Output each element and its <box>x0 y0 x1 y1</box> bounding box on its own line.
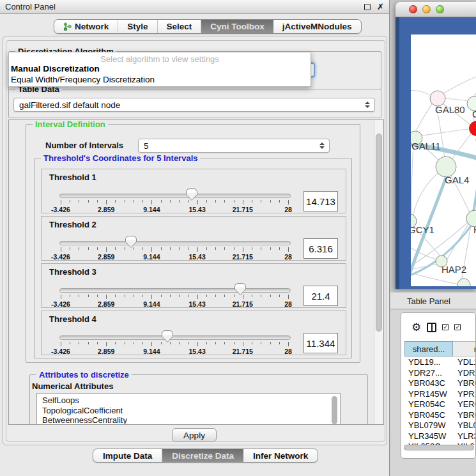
table-row[interactable]: YDL19...YDL1 <box>401 357 476 368</box>
threshold-value-field[interactable]: 21.4 <box>303 286 338 306</box>
tick-mark <box>79 247 79 250</box>
column-header-shared[interactable]: shared... <box>404 341 453 357</box>
scale-label: 2.859 <box>98 348 114 355</box>
settings-scrollbar[interactable] <box>374 120 383 424</box>
column-header-name[interactable]: na <box>453 341 476 357</box>
network-icon <box>63 22 72 31</box>
slider-thumb[interactable] <box>234 282 247 296</box>
table-row[interactable]: YDR27...YDR2 <box>401 368 476 379</box>
tick-mark <box>142 342 143 344</box>
slider-scale-labels: -3.4262.8599.14415.4321.71528 <box>61 253 289 260</box>
tick-mark <box>142 247 143 250</box>
close-traffic-light-icon[interactable] <box>409 5 417 13</box>
tick-mark <box>142 295 143 297</box>
tab-discretize-data[interactable]: Discretize Data <box>162 449 243 462</box>
table-data-combobox[interactable]: galFiltered.sif default node <box>13 98 375 112</box>
scale-label: 28 <box>284 300 292 308</box>
number-of-intervals-combobox[interactable]: 5 <box>138 139 330 153</box>
attributes-group: Attributes to discretize Numerical Attri… <box>29 374 368 425</box>
apply-button[interactable]: Apply <box>172 428 217 442</box>
algorithm-option[interactable]: Equal Width/Frequency Discretization <box>11 75 309 85</box>
slider-track[interactable] <box>59 288 291 293</box>
tick-mark <box>79 295 79 297</box>
network-node-label: GCY1 <box>411 224 434 235</box>
tick-mark <box>88 295 89 297</box>
scale-label: -3.426 <box>51 206 70 213</box>
minimize-traffic-light-icon[interactable] <box>422 5 431 13</box>
tick-mark <box>115 247 116 250</box>
float-window-icon[interactable] <box>364 4 371 10</box>
apply-label: Apply <box>183 431 205 440</box>
checkbox-icon[interactable]: ✓ <box>442 324 449 330</box>
table-row[interactable]: YER054CYER0 <box>401 399 476 410</box>
tick-mark <box>151 295 152 299</box>
zoom-traffic-light-icon[interactable] <box>436 5 444 13</box>
table-row[interactable]: YLR345WYLR3 <box>401 431 476 442</box>
tab-impute-data[interactable]: Impute Data <box>93 449 162 462</box>
attribute-item[interactable]: BetweennessCentrality <box>42 415 340 425</box>
tick-mark <box>188 342 188 344</box>
slider-thumb[interactable] <box>161 330 174 343</box>
table-hscrollbar-thumb[interactable] <box>404 445 474 450</box>
tab-label: Style <box>127 22 148 31</box>
tick-mark <box>252 200 252 203</box>
tick-mark <box>170 295 171 297</box>
tick-mark <box>206 342 207 344</box>
network-edge[interactable] <box>414 128 475 137</box>
top-tab-bar: NetworkStyleSelectCyni ToolboxjActiveMNo… <box>54 19 362 34</box>
tick-mark <box>170 200 171 203</box>
table-toolbar: ⚙ ✓ ✓ <box>401 313 475 341</box>
tick-mark <box>279 200 280 203</box>
tick-mark <box>270 342 271 344</box>
scale-label: 15.43 <box>188 206 205 213</box>
slider-scale-labels: -3.4262.8599.14415.4321.71528 <box>61 348 289 355</box>
gear-icon[interactable]: ⚙ <box>411 322 421 333</box>
attributes-scrollbar-thumb[interactable] <box>332 396 337 424</box>
tick-mark <box>224 200 225 203</box>
tick-mark <box>115 200 116 203</box>
numerical-attributes-list[interactable]: SelfLoopsTopologicalCoefficientBetweenne… <box>36 393 341 425</box>
threshold-value-field[interactable]: 6.316 <box>303 238 338 259</box>
settings-scrollbar-thumb[interactable] <box>376 134 382 332</box>
slider-thumb[interactable] <box>185 188 198 201</box>
network-node[interactable] <box>457 279 470 286</box>
tab-select[interactable]: Select <box>158 20 202 33</box>
algorithm-option[interactable]: Manual Discretization <box>11 64 309 74</box>
slider-track[interactable] <box>59 194 291 198</box>
threshold-value-field[interactable]: 11.344 <box>303 333 338 353</box>
threshold-panel: Threshold 3-3.4262.8599.14415.4321.71528… <box>41 263 346 308</box>
network-edge[interactable] <box>461 219 472 285</box>
table-row[interactable]: YBR045CYBR0 <box>401 410 476 421</box>
close-icon[interactable]: ✗ <box>377 3 384 11</box>
tick-mark <box>97 247 98 250</box>
cell-shared-name: YPR145W <box>408 389 447 399</box>
attribute-item[interactable]: SelfLoops <box>42 395 340 406</box>
table-data-value: galFiltered.sif default node <box>19 100 120 110</box>
table-row[interactable]: YBL079WYBL0 <box>401 420 476 431</box>
column-layout-icon[interactable] <box>427 323 436 332</box>
scale-label: 9.144 <box>143 348 160 355</box>
tab-network[interactable]: Network <box>54 20 118 33</box>
thresholds-legend: Threshold's Coordinates for 5 Intervals <box>41 153 200 163</box>
slider-track[interactable] <box>59 335 291 340</box>
tick-mark <box>179 295 180 297</box>
scale-label: 21.715 <box>233 253 253 261</box>
slider-thumb[interactable] <box>125 235 137 249</box>
network-canvas[interactable]: GAL80GACGAL11GAL4GCY1HHAP2 <box>411 35 476 286</box>
tick-mark <box>252 247 252 250</box>
tab-infer-network[interactable]: Infer Network <box>243 449 318 462</box>
tick-mark <box>206 295 207 297</box>
slider-track[interactable] <box>59 241 291 245</box>
threshold-label: Threshold 3 <box>49 267 96 277</box>
attribute-item[interactable]: TopologicalCoefficient <box>42 406 340 416</box>
network-edge-highlighted[interactable] <box>472 151 476 219</box>
threshold-value-field[interactable]: 14.713 <box>303 191 338 211</box>
table-row[interactable]: YPR145WYPR1 <box>401 389 476 400</box>
checkbox-icon[interactable]: ✓ <box>454 324 461 330</box>
tab-style[interactable]: Style <box>118 20 157 33</box>
tab-cyni-toolbox[interactable]: Cyni Toolbox <box>201 20 273 33</box>
tab-jactivemnodules[interactable]: jActiveMNodules <box>273 20 361 33</box>
cell-shared-name: YDR27... <box>408 368 442 378</box>
table-row[interactable]: YBR043CYBR0 <box>401 378 476 389</box>
tick-mark <box>79 342 79 344</box>
